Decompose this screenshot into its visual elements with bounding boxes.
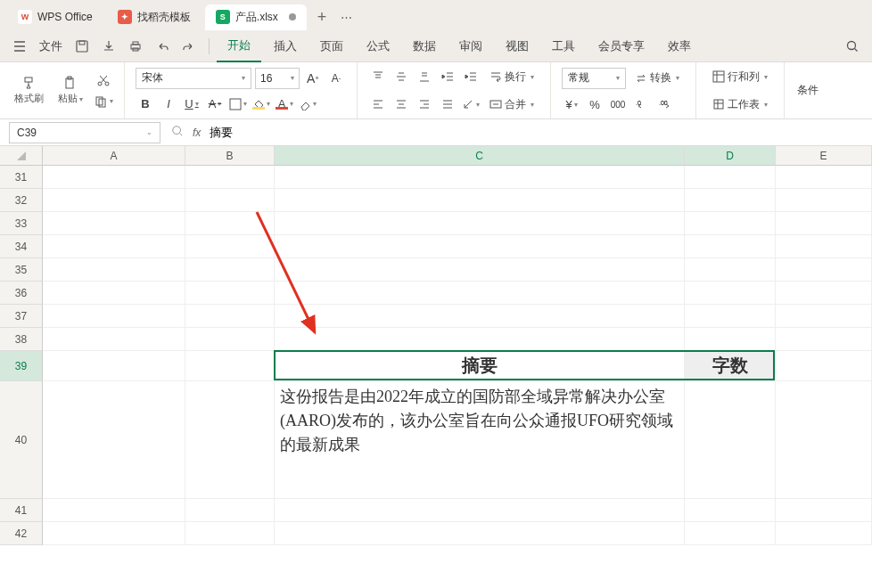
cell-C37[interactable] <box>275 305 685 328</box>
cells-area[interactable]: 摘要这份报告是由2022年成立的国防部全域异常解决办公室(AARO)发布的，该办… <box>43 166 872 545</box>
cut-button[interactable] <box>94 70 113 90</box>
cancel-formula-button[interactable] <box>171 125 184 140</box>
print-button[interactable] <box>123 34 148 59</box>
align-middle-button[interactable] <box>391 67 411 86</box>
increase-decimal-button[interactable]: .00 <box>654 94 674 114</box>
cell-B36[interactable] <box>185 282 275 305</box>
tab-docer-template[interactable]: ✦ 找稻壳模板 <box>107 4 202 30</box>
cell-B39[interactable] <box>185 351 275 381</box>
redo-button[interactable] <box>177 34 202 59</box>
cell-D40[interactable] <box>685 381 776 499</box>
font-size-select[interactable]: 16▾ <box>255 68 300 89</box>
align-center-button[interactable] <box>391 94 411 114</box>
cell-C36[interactable] <box>275 282 685 305</box>
new-tab-button[interactable]: + <box>310 8 334 27</box>
cell-E37[interactable] <box>776 305 872 328</box>
menu-tools[interactable]: 工具 <box>541 31 586 61</box>
wrap-text-button[interactable]: 换行▾ <box>484 66 539 88</box>
underline-button[interactable]: U▾ <box>182 94 202 114</box>
cell-B40[interactable] <box>185 381 275 499</box>
tab-wps-office[interactable]: W WPS Office <box>7 4 103 29</box>
cell-C40[interactable]: 这份报告是由2022年成立的国防部全域异常解决办公室(AARO)发布的，该办公室… <box>275 381 685 499</box>
undo-button[interactable] <box>150 34 175 59</box>
cell-C33[interactable] <box>275 212 685 235</box>
name-box[interactable]: C39 ⌄ <box>9 122 160 143</box>
copy-button[interactable]: ▾ <box>94 92 113 111</box>
row-header-31[interactable]: 31 <box>0 166 43 189</box>
cell-E38[interactable] <box>776 328 872 351</box>
row-header-37[interactable]: 37 <box>0 305 43 328</box>
cell-A37[interactable] <box>43 305 185 328</box>
col-header-A[interactable]: A <box>43 146 185 166</box>
cell-E33[interactable] <box>776 212 872 235</box>
row-header-42[interactable]: 42 <box>0 522 43 545</box>
cell-D31[interactable] <box>685 166 776 189</box>
select-all-corner[interactable] <box>0 146 43 166</box>
row-header-35[interactable]: 35 <box>0 258 43 282</box>
align-top-button[interactable] <box>368 67 388 86</box>
menu-start[interactable]: 开始 <box>217 30 261 62</box>
cell-D33[interactable] <box>685 212 776 235</box>
decrease-decimal-button[interactable]: .0 <box>631 94 651 114</box>
worksheet-button[interactable]: 工作表▾ <box>707 94 773 116</box>
cell-A41[interactable] <box>43 499 185 522</box>
menu-data[interactable]: 数据 <box>402 31 447 61</box>
cell-A32[interactable] <box>43 189 185 212</box>
align-bottom-button[interactable] <box>415 67 434 86</box>
cell-A36[interactable] <box>43 282 185 305</box>
file-menu[interactable]: 文件 <box>34 31 68 61</box>
col-header-C[interactable]: C <box>275 146 685 166</box>
convert-button[interactable]: 转换▾ <box>629 67 685 89</box>
cell-E40[interactable] <box>776 381 872 499</box>
cell-D36[interactable] <box>685 282 776 305</box>
tab-document[interactable]: S 产品.xlsx <box>205 4 307 30</box>
font-name-select[interactable]: 宋体▾ <box>136 68 251 89</box>
menu-formula[interactable]: 公式 <box>356 31 400 61</box>
export-button[interactable] <box>96 34 121 59</box>
cell-E39[interactable] <box>776 351 872 381</box>
strikethrough-button[interactable]: A▾ <box>205 94 225 114</box>
row-header-34[interactable]: 34 <box>0 235 43 258</box>
cell-A40[interactable] <box>43 381 185 499</box>
save-button[interactable] <box>70 34 95 59</box>
cell-D34[interactable] <box>685 235 776 258</box>
fill-color-button[interactable]: ▾ <box>251 94 271 114</box>
menu-page[interactable]: 页面 <box>309 31 354 61</box>
cell-E41[interactable] <box>776 499 872 522</box>
cell-B41[interactable] <box>185 499 275 522</box>
col-header-B[interactable]: B <box>185 146 275 166</box>
cell-B35[interactable] <box>185 258 275 282</box>
cell-B34[interactable] <box>185 235 275 258</box>
cell-A33[interactable] <box>43 212 185 235</box>
clear-format-button[interactable]: ▾ <box>298 94 317 114</box>
increase-font-button[interactable]: A+ <box>303 69 323 88</box>
row-header-36[interactable]: 36 <box>0 282 43 305</box>
row-header-38[interactable]: 38 <box>0 328 43 351</box>
cell-B33[interactable] <box>185 212 275 235</box>
cell-D32[interactable] <box>685 189 776 212</box>
cell-B32[interactable] <box>185 189 275 212</box>
cell-B37[interactable] <box>185 305 275 328</box>
cell-E42[interactable] <box>776 522 872 545</box>
increase-indent-button[interactable] <box>461 67 481 86</box>
orientation-button[interactable]: ▾ <box>461 94 481 114</box>
conditional-format-button[interactable]: 条件 <box>792 79 824 102</box>
menu-efficiency[interactable]: 效率 <box>657 31 702 61</box>
align-left-button[interactable] <box>368 94 388 114</box>
merge-cells-button[interactable]: 合并▾ <box>484 94 539 116</box>
col-header-E[interactable]: E <box>776 146 872 166</box>
menu-review[interactable]: 审阅 <box>448 31 493 61</box>
search-button[interactable] <box>840 34 865 59</box>
menu-view[interactable]: 视图 <box>495 31 539 61</box>
cell-B42[interactable] <box>185 522 275 545</box>
percent-button[interactable]: % <box>585 94 605 114</box>
currency-button[interactable]: ¥▾ <box>562 94 581 114</box>
cell-C42[interactable] <box>275 522 685 545</box>
rows-cols-button[interactable]: 行和列▾ <box>707 66 773 88</box>
cell-E36[interactable] <box>776 282 872 305</box>
cell-D39[interactable]: 字数 <box>685 351 776 381</box>
decrease-indent-button[interactable] <box>438 67 457 86</box>
row-header-33[interactable]: 33 <box>0 212 43 235</box>
cell-E34[interactable] <box>776 235 872 258</box>
cell-C41[interactable] <box>275 499 685 522</box>
